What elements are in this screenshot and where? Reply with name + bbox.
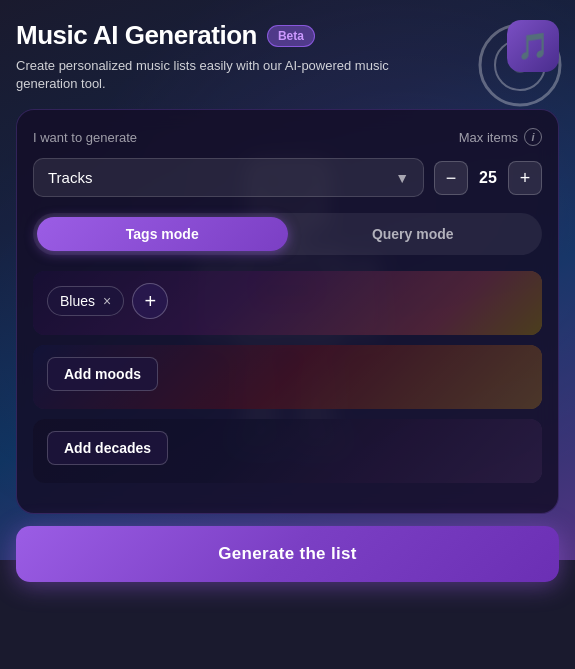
app-title: Music AI Generation: [16, 20, 257, 51]
decades-section: Add decades: [33, 419, 542, 483]
beta-badge: Beta: [267, 25, 315, 47]
info-icon[interactable]: i: [524, 128, 542, 146]
decrement-button[interactable]: −: [434, 161, 468, 195]
genre-chip: Blues ×: [47, 286, 124, 316]
stepper-value: 25: [472, 169, 504, 187]
genre-chip-label: Blues: [60, 293, 95, 309]
max-items-label: Max items: [459, 130, 518, 145]
genre-remove-button[interactable]: ×: [103, 294, 111, 308]
tab-query-mode[interactable]: Query mode: [288, 217, 539, 251]
add-moods-button[interactable]: Add moods: [47, 357, 158, 391]
add-genre-button[interactable]: +: [132, 283, 168, 319]
dropdown-arrow-icon: ▼: [395, 170, 409, 186]
dropdown-value: Tracks: [48, 169, 92, 186]
increment-button[interactable]: +: [508, 161, 542, 195]
quantity-stepper: − 25 +: [434, 161, 542, 195]
add-decades-button[interactable]: Add decades: [47, 431, 168, 465]
generate-button[interactable]: Generate the list: [16, 526, 559, 582]
moods-section: Add moods: [33, 345, 542, 409]
mode-tabs: Tags mode Query mode: [33, 213, 542, 255]
tab-tags-mode[interactable]: Tags mode: [37, 217, 288, 251]
genres-section: Blues × +: [33, 271, 542, 335]
main-panel: I want to generate Max items i Tracks ▼ …: [16, 109, 559, 514]
type-dropdown[interactable]: Tracks ▼: [33, 158, 424, 197]
app-subtitle: Create personalized music lists easily w…: [16, 57, 396, 93]
app-logo: 🎵: [507, 20, 559, 72]
generate-label: I want to generate: [33, 130, 137, 145]
